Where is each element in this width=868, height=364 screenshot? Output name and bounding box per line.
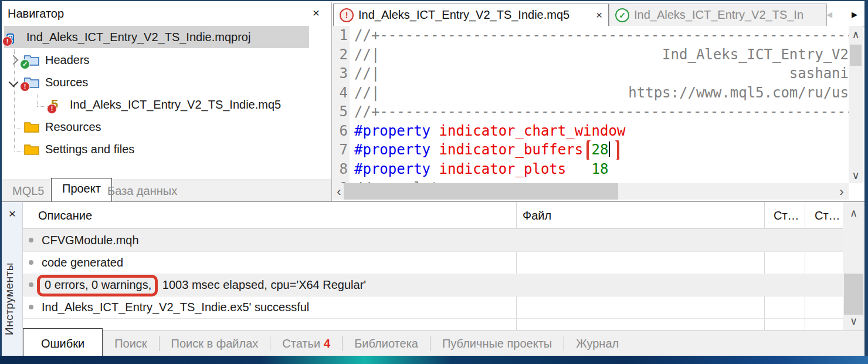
folder-icon (24, 143, 39, 156)
check-circle-icon: ✓ (615, 8, 629, 22)
tab-journal[interactable]: Журнал (564, 337, 630, 350)
scroll-down-icon[interactable]: ∨ (849, 169, 863, 182)
tree-item-label: Sources (45, 76, 88, 89)
column-header-file[interactable]: Файл (523, 202, 551, 229)
error-badge-icon: ! (2, 36, 12, 46)
tree-item-label: Resources (45, 120, 101, 134)
code-line: 3 //|sashani (332, 64, 849, 83)
navigator-title: Навигатор (8, 7, 64, 21)
bullet-icon (29, 305, 33, 309)
tree-item-settings[interactable]: Settings and files (24, 138, 134, 160)
metaeditor-window: Навигатор × {} ! Ind_Aleks_ICT_Entry_V2_… (2, 1, 864, 356)
editor-tab-bar: ! Ind_Aleks_ICT_Entry_V2_TS_Indie.mq5 × … (332, 2, 864, 26)
code-line: 1 //+-----------------------------------… (332, 26, 849, 45)
editor-tab-label: Ind_Aleks_ICT_Entry_V2_TS_Indie.mq5 (358, 8, 569, 22)
code-line: 4 //|https://www.mql5.com/ru/us (332, 83, 849, 103)
tab-library[interactable]: Библиотека (343, 337, 430, 350)
navigator-tab-bar: MQL5 Проект База данных (2, 180, 331, 203)
toolbox-side-strip: × Инструменты (2, 202, 23, 356)
column-header-description[interactable]: Описание (38, 202, 92, 229)
editor-vertical-scrollbar[interactable]: ∧ ∨ (849, 26, 863, 183)
scroll-right-icon[interactable]: › (837, 184, 846, 200)
annotation-box: 0 errors, 0 warnings, (37, 275, 158, 296)
row-description: code generated (42, 256, 123, 269)
chevron-right-icon[interactable] (9, 55, 19, 65)
tree-item-label: Settings and files (45, 143, 134, 156)
editor-code-area[interactable]: 1 //+-----------------------------------… (332, 26, 849, 183)
bullet-icon (29, 238, 33, 242)
tree-item-label: Headers (45, 53, 90, 67)
error-circle-icon: ! (340, 8, 354, 22)
row-description: CFVGModule.mqh (42, 234, 139, 247)
editor-tab-active[interactable]: ! Ind_Aleks_ICT_Entry_V2_TS_Indie.mq5 × (333, 4, 609, 26)
tree-item-headers[interactable]: ✓ Headers (10, 49, 90, 71)
editor-tab-inactive[interactable]: ✓ Ind_Aleks_ICT_Entry_V2_TS_In (609, 4, 827, 26)
error-badge-icon: ! (20, 82, 30, 92)
mq5-file-icon: 5 ! (51, 98, 66, 111)
toolbox-side-label: Инструменты (3, 243, 21, 355)
tree-item-sources[interactable]: ! Sources (10, 71, 88, 93)
grid-row[interactable]: code generated (23, 251, 843, 274)
grid-row[interactable]: 0 errors, 0 warnings, 1003 msec elapsed,… (23, 274, 843, 296)
code-line: 9 //--- plot (332, 178, 849, 183)
scroll-up-icon[interactable]: ∧ (843, 207, 864, 220)
folder-icon (24, 120, 39, 133)
code-line: 7 #propertyindicator_buffers28 (332, 140, 849, 160)
chevron-down-icon[interactable] (9, 77, 19, 87)
toolbox-vertical-scrollbar[interactable]: ∧ ∨ (843, 202, 864, 330)
tab-articles[interactable]: Статьи4 (270, 337, 342, 350)
code-line: 2 //|Ind_Aleks_ICT_Entry_V2 (332, 45, 849, 65)
folder-icon: ! (24, 76, 39, 89)
grid-row[interactable]: Ind_Aleks_ICT_Entry_V2_TS_Indie.ex5' suc… (23, 296, 843, 319)
tab-search-in-files[interactable]: Поиск в файлах (160, 337, 270, 350)
tree-guide-line (37, 95, 38, 106)
tree-item-label: Ind_Aleks_ICT_Entry_V2_TS_Indie.mqproj (26, 31, 250, 44)
text-caret (609, 141, 610, 157)
navigator-close-icon[interactable]: × (309, 6, 323, 20)
tree-guide-line (14, 129, 23, 129)
column-header-col3[interactable]: Ст… (774, 202, 799, 229)
code-line: 8 #propertyindicator_plots18 (332, 160, 849, 179)
editor-horizontal-scrollbar[interactable]: ‹ › (332, 183, 849, 200)
bullet-icon (29, 260, 33, 265)
toolbox-grid: Описание Файл Ст… Ст… CFVGModule.mqh cod… (23, 202, 864, 331)
tab-mql5[interactable]: MQL5 (12, 184, 44, 198)
scroll-up-icon[interactable]: ∧ (849, 28, 863, 41)
annotation-box: 28 (586, 140, 620, 160)
tab-search[interactable]: Поиск (103, 337, 158, 350)
tab-database[interactable]: База данных (107, 184, 177, 198)
desktop-background-strip (0, 356, 868, 364)
folder-icon: ✓ (24, 53, 39, 66)
row-description: Ind_Aleks_ICT_Entry_V2_TS_Indie.ex5' suc… (42, 301, 309, 314)
code-line: 5 //+-----------------------------------… (332, 102, 849, 122)
articles-count-badge: 4 (324, 337, 330, 350)
tabs-scroll-left-icon[interactable]: ◂ (826, 8, 832, 20)
error-badge-icon: ! (47, 104, 57, 114)
tree-item-project-root[interactable]: {} ! Ind_Aleks_ICT_Entry_V2_TS_Indie.mqp… (4, 26, 309, 48)
scroll-left-icon[interactable]: ‹ (334, 184, 344, 200)
tab-public-projects[interactable]: Публичные проекты (430, 337, 564, 350)
grid-row[interactable]: CFVGModule.mqh (23, 229, 843, 252)
scroll-down-icon[interactable]: ∨ (843, 315, 864, 328)
row-description: 1003 msec elapsed, cpu='X64 Regular' (159, 278, 366, 292)
row-description-highlight: 0 errors, 0 warnings, (45, 278, 151, 291)
tree-guide-line (14, 151, 23, 151)
navigator-panel: Навигатор × {} ! Ind_Aleks_ICT_Entry_V2_… (2, 2, 331, 201)
project-icon: {} ! (6, 31, 22, 43)
tab-errors[interactable]: Ошибки (23, 328, 103, 356)
tab-close-icon[interactable]: × (596, 9, 602, 22)
toolbox-close-icon[interactable]: × (5, 207, 19, 221)
editor-tab-label: Ind_Aleks_ICT_Entry_V2_TS_In (634, 8, 803, 22)
column-header-col4[interactable]: Ст… (815, 202, 840, 229)
code-line: 6 #propertyindicator_chart_window (332, 122, 849, 141)
tree-item-label: Ind_Aleks_ICT_Entry_V2_TS_Indie.mq5 (70, 98, 281, 112)
scrollbar-thumb[interactable] (844, 274, 863, 315)
tree-item-mq5-file[interactable]: 5 ! Ind_Aleks_ICT_Entry_V2_TS_Indie.mq5 (51, 93, 281, 116)
bullet-icon (29, 282, 33, 287)
check-badge-icon: ✓ (20, 59, 30, 69)
scrollbar-thumb[interactable] (850, 45, 862, 66)
tabs-scroll-right-icon[interactable]: ▸ (852, 8, 857, 20)
tree-item-resources[interactable]: Resources (24, 116, 101, 138)
toolbox-tab-bar: Ошибки Поиск Поиск в файлах Статьи4 Библ… (23, 331, 864, 356)
scrollbar-thumb[interactable] (344, 183, 618, 200)
